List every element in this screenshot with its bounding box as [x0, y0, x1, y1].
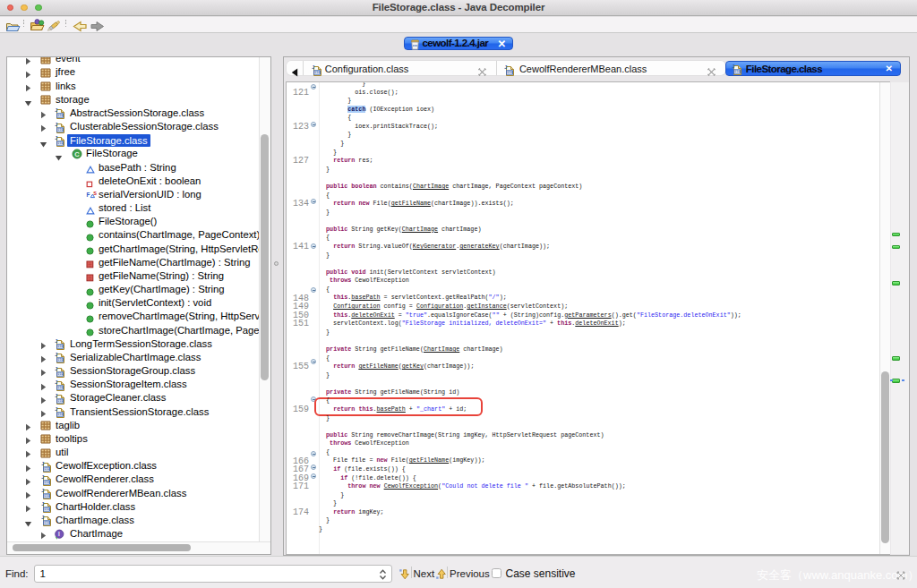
- svg-text:J: J: [55, 379, 57, 385]
- svg-text:010: 010: [44, 508, 49, 512]
- svg-text:J: J: [505, 64, 508, 70]
- svg-text:010: 010: [44, 522, 49, 525]
- svg-text:I: I: [58, 531, 60, 537]
- svg-text:010: 010: [57, 399, 63, 403]
- svg-text:010: 010: [57, 386, 63, 389]
- svg-text:010: 010: [57, 359, 63, 362]
- svg-text:010: 010: [57, 413, 63, 417]
- svg-text:F: F: [86, 192, 90, 198]
- svg-text:J: J: [41, 501, 44, 507]
- svg-text:J: J: [55, 107, 57, 113]
- svg-text:010: 010: [57, 128, 63, 132]
- svg-text:J: J: [55, 352, 57, 357]
- svg-text:J: J: [41, 515, 44, 520]
- svg-text:010: 010: [44, 467, 49, 471]
- svg-text:J: J: [55, 338, 57, 344]
- svg-text:J: J: [313, 64, 315, 70]
- svg-text:J: J: [55, 122, 57, 127]
- svg-text:J: J: [41, 461, 44, 466]
- svg-text:010: 010: [57, 141, 63, 145]
- svg-text:J: J: [55, 135, 57, 141]
- svg-text:010: 010: [44, 495, 49, 499]
- svg-text:J: J: [55, 406, 57, 412]
- svg-text:010: 010: [315, 71, 321, 74]
- svg-text:010: 010: [57, 345, 63, 349]
- svg-text:J: J: [55, 393, 57, 398]
- svg-text:C: C: [74, 149, 80, 158]
- svg-text:J: J: [733, 64, 735, 69]
- svg-text:010: 010: [508, 71, 513, 74]
- svg-text:010: 010: [57, 115, 63, 118]
- svg-text:J: J: [55, 366, 57, 371]
- svg-text:010: 010: [735, 71, 741, 74]
- svg-text:J: J: [41, 488, 44, 493]
- svg-text:S: S: [93, 191, 97, 196]
- svg-text:J: J: [41, 474, 44, 480]
- svg-text:010: 010: [57, 372, 63, 376]
- svg-text:010: 010: [44, 481, 49, 484]
